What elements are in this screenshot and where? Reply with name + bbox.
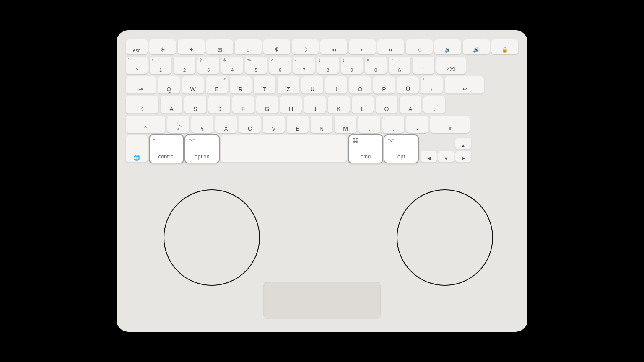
control-key[interactable]: ^ control [150,135,183,163]
key-5[interactable]: % 5 [245,57,267,74]
key-q[interactable]: Q [158,76,180,94]
key-j[interactable]: J [304,96,326,114]
key-h[interactable]: H [280,96,302,114]
key-a-umlaut[interactable]: Ä [400,96,421,114]
key-w[interactable]: W [182,76,204,94]
key-c[interactable]: C [239,116,261,133]
arrow-left-key[interactable]: ◀ [421,151,437,163]
key-x[interactable]: X [215,116,237,133]
dnd-key[interactable]: ☽ [292,39,319,54]
key-n[interactable]: N [311,116,332,133]
key-4[interactable]: $ 4 [221,57,243,74]
tab-key[interactable]: ⇥ [126,76,156,94]
spacebar-key[interactable] [221,135,347,163]
arrow-right-key[interactable]: ▶ [455,151,471,163]
mission-control-key[interactable]: ⊞ [206,39,233,54]
key-plus[interactable]: * + [421,76,443,94]
arrow-up-key[interactable]: ▲ [455,138,471,150]
key-l[interactable]: L [352,96,374,114]
globe-key[interactable]: 🌐 [126,135,148,163]
key-e[interactable]: € E [206,76,228,94]
key-sz[interactable]: ? ß [389,57,410,74]
key-k[interactable]: K [328,96,350,114]
caps-lock-key[interactable]: ⇪ [126,96,158,114]
right-shift-key[interactable]: ⇧ [430,116,470,133]
key-p[interactable]: P [373,76,395,94]
key-hash[interactable]: ' # [423,96,445,114]
opt-key[interactable]: ⌥ opt [384,135,418,163]
keyboard: esc ☀ ✦ ⊞ ⌕ 🎙 ☽ ⏮ ⏯ ⏭ ◁ 🔉 🔊 🔒 ° ^ ! 1 [117,30,527,332]
key-dot[interactable]: : . [382,116,404,133]
key-g[interactable]: G [256,96,278,114]
esc-key[interactable]: esc [126,39,148,54]
trackpad[interactable] [263,282,381,319]
option-key[interactable]: ⌥ option [185,135,219,163]
play-pause-key[interactable]: ⏯ [349,39,376,54]
key-2[interactable]: " 2 [174,57,195,74]
key-7[interactable]: / 7 [293,57,315,74]
lock-key[interactable]: 🔒 [491,39,518,54]
arrow-cluster: ▲ ◀ ▼ ▶ [421,138,471,163]
key-accent[interactable]: ` ´ [413,57,434,74]
key-u[interactable]: U [301,76,323,94]
key-9[interactable]: ) 9 [341,57,363,74]
home-row: ⇪ A S D F G H J K L Ö Ä ' # [126,96,518,114]
key-8[interactable]: ( 8 [317,57,339,74]
key-3[interactable]: § 3 [197,57,219,74]
spotlight-key[interactable]: ⌕ [235,39,262,54]
brightness-up-key[interactable]: ✦ [178,39,205,54]
trackpad-area [126,282,518,319]
rewind-key[interactable]: ⏮ [320,39,347,54]
shift-row: ⇧ > < Y X C V B N M ; , : . _ - [126,116,518,133]
volume-up-key[interactable]: 🔊 [463,39,490,54]
left-shift-key[interactable]: ⇧ [126,116,165,133]
brightness-down-key[interactable]: ☀ [149,39,176,54]
key-f[interactable]: F [232,96,254,114]
bottom-row: 🌐 ^ control ⌥ option ⌘ cmd ⌥ opt [126,135,518,163]
dictation-key[interactable]: 🎙 [263,39,290,54]
key-dash[interactable]: _ - [406,116,428,133]
key-y[interactable]: Y [191,116,213,133]
number-row: ° ^ ! 1 " 2 § 3 $ 4 % 5 [126,57,518,74]
key-0[interactable]: = 0 [365,57,387,74]
key-1[interactable]: ! 1 [150,57,171,74]
keyboard-body: esc ☀ ✦ ⊞ ⌕ 🎙 ☽ ⏮ ⏯ ⏭ ◁ 🔉 🔊 🔒 ° ^ ! 1 [126,39,518,276]
key-d[interactable]: D [208,96,230,114]
key-lt[interactable]: > < [167,116,189,133]
key-i[interactable]: I [325,76,347,94]
arrow-down-key[interactable]: ▼ [438,151,454,163]
key-m[interactable]: M [335,116,356,133]
fast-forward-key[interactable]: ⏭ [377,39,404,54]
key-v[interactable]: V [263,116,285,133]
key-u-umlaut[interactable]: Ü [397,76,419,94]
key-s[interactable]: S [184,96,206,114]
key-r[interactable]: R [230,76,252,94]
volume-down-key[interactable]: 🔉 [434,39,461,54]
cmd-key[interactable]: ⌘ cmd [349,135,382,163]
fn-row: esc ☀ ✦ ⊞ ⌕ 🎙 ☽ ⏮ ⏯ ⏭ ◁ 🔉 🔊 🔒 [126,39,518,54]
backspace-key[interactable]: ⌫ [436,57,466,74]
enter-key[interactable]: ↩ [445,76,484,94]
back-key[interactable]: ◁ [406,39,433,54]
key-b[interactable]: B [287,116,309,133]
key-t[interactable]: T [254,76,275,94]
key-caret[interactable]: ° ^ [126,57,148,74]
qwerty-row: ⇥ Q W € E R T Z U I O P Ü * + ↩ [126,76,518,94]
key-z[interactable]: Z [278,76,299,94]
key-o[interactable]: O [349,76,371,94]
key-6[interactable]: & 6 [269,57,291,74]
key-o-umlaut[interactable]: Ö [376,96,397,114]
key-a[interactable]: A [161,96,182,114]
key-comma[interactable]: ; , [358,116,380,133]
